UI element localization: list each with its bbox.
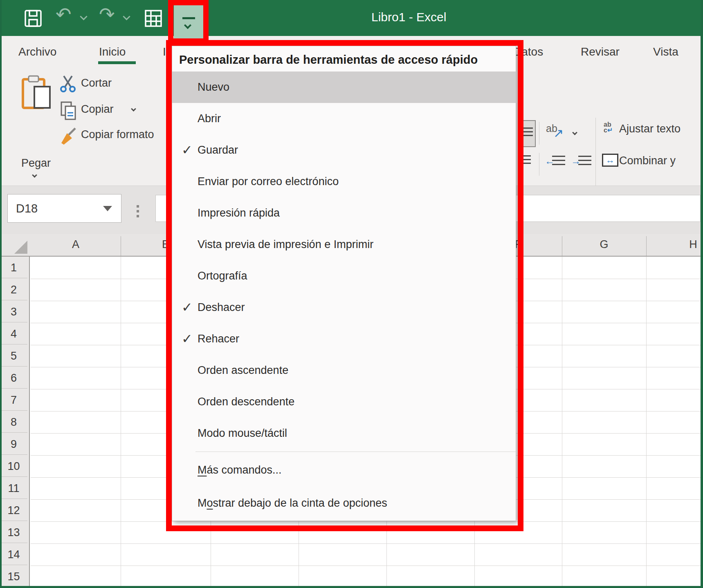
copy-button[interactable] [60,101,78,122]
select-all-button[interactable] [2,234,30,256]
tab-revisar[interactable]: Revisar [581,45,620,58]
row-header-1[interactable]: 1 [0,257,27,278]
row-header-8[interactable]: 8 [0,411,27,433]
row-header-15[interactable]: 15 [0,566,27,587]
save-icon [24,9,43,28]
row-header-4[interactable]: 4 [0,323,27,344]
merge-center-label[interactable]: Combinar y [619,154,676,167]
undo-icon: ↶ [56,4,72,25]
gridline-vertical [562,257,562,588]
alignment-group: ab ↗ abc↵ Ajustar texto ← → ↔ Combinar y… [513,66,703,186]
gridline-vertical [646,257,647,588]
column-header-divider [562,236,562,256]
redo-dropdown-chevron-icon[interactable] [123,13,130,20]
cut-label[interactable]: Cortar [81,77,112,89]
column-header-divider [121,236,121,256]
excel-window: ↶ ↷ Libro1 - Excel Archivo Inicio Insert… [0,0,703,588]
indent-right-arrow-icon: → [571,155,581,167]
name-box-value: D18 [16,195,38,222]
orientation-dropdown-chevron-icon[interactable] [572,130,577,135]
name-box[interactable]: D18 [7,194,121,223]
window-title: Libro1 - Excel [371,10,446,24]
paste-button[interactable] [20,75,52,114]
redo-icon: ↷ [99,4,115,25]
tab-vista[interactable]: Vista [653,45,678,58]
paste-label: Pegar [16,157,56,170]
active-tab-underline [98,61,136,64]
gridline-horizontal [31,543,701,544]
row-header-12[interactable]: 12 [0,499,27,521]
titlebar: ↶ ↷ Libro1 - Excel [0,0,703,36]
tab-archivo[interactable]: Archivo [18,45,56,58]
clipboard-group: Pegar Cortar Cop [0,66,168,186]
merge-center-icon: ↔ [602,154,618,167]
undo-button[interactable]: ↶ [56,5,72,24]
column-header-g[interactable]: G [562,238,646,251]
wrap-text-icon: abc↵ [604,122,613,133]
indent-left-arrow-icon: ← [545,155,555,167]
name-box-dropdown-icon[interactable] [103,206,112,211]
row-header-14[interactable]: 14 [0,543,27,565]
divider [595,118,596,186]
table-grid-icon [144,9,163,28]
window-edge-left [0,0,2,588]
divider [539,153,539,176]
cut-button[interactable] [60,75,76,94]
redo-button[interactable]: ↷ [99,5,115,24]
copy-icon [60,101,78,120]
paste-clipboard-icon [20,75,52,113]
row-header-3[interactable]: 3 [0,301,27,322]
annotation-rect-qat-button [168,0,209,44]
annotation-rect-qat-menu [166,40,523,531]
paste-dropdown-chevron-icon[interactable] [32,172,37,178]
column-header-h[interactable]: H [646,238,703,251]
format-painter-button[interactable] [58,127,78,148]
row-header-5[interactable]: 5 [0,345,27,367]
gridline-vertical [121,257,121,588]
copy-label[interactable]: Copiar [81,103,114,116]
format-painter-label[interactable]: Copiar formato [81,128,154,141]
decrease-indent-button[interactable]: ← [545,153,565,169]
format-painter-brush-icon [58,127,78,146]
row-header-2[interactable]: 2 [0,279,27,300]
row-header-11[interactable]: 11 [0,477,27,499]
orientation-arrow-icon: ↗ [553,126,564,140]
row-header-10[interactable]: 10 [0,455,27,477]
copy-dropdown-chevron-icon[interactable] [131,106,136,112]
column-header-divider [646,236,647,256]
window-edge-bottom [0,586,703,588]
column-header-a[interactable]: A [31,238,121,251]
window-edge-right [701,0,703,588]
row-header-13[interactable]: 13 [0,521,27,543]
gridline-horizontal [31,566,701,566]
undo-dropdown-chevron-icon[interactable] [80,13,87,20]
quick-table-button[interactable] [144,9,163,29]
row-header-6[interactable]: 6 [0,367,27,389]
row-header-7[interactable]: 7 [0,389,27,411]
save-button[interactable] [24,9,43,29]
formula-bar-divider-dots-icon [137,203,139,220]
increase-indent-button[interactable]: → [571,153,591,169]
tab-inicio[interactable]: Inicio [99,45,126,58]
wrap-text-label[interactable]: Ajustar texto [619,123,681,135]
divider [539,122,539,145]
row-header-9[interactable]: 9 [0,433,27,455]
scissors-icon [60,75,76,92]
select-all-triangle-icon [14,241,27,254]
